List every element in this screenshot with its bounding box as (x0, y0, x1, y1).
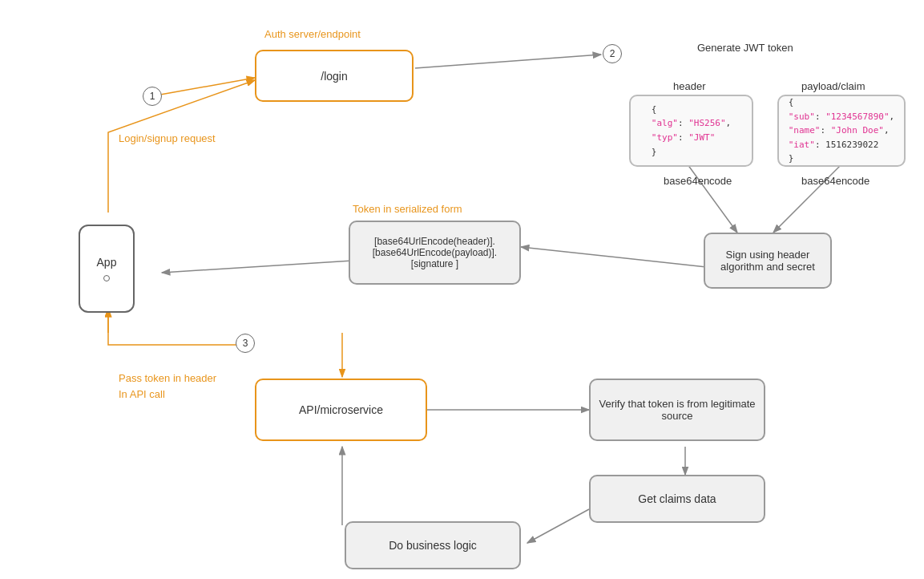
svg-line-7 (162, 261, 353, 273)
token-line2: [base64UrlEncode(payload)]. (373, 247, 497, 258)
login-box: /login (255, 50, 414, 102)
token-form-label: Token in serialized form (353, 203, 462, 215)
arrows-layer (0, 0, 924, 579)
auth-server-label: Auth server/endpoint (264, 28, 361, 40)
circle-3: 3 (236, 334, 255, 353)
header-code-box: { "alg": "HS256", "typ": "JWT" } (629, 95, 753, 167)
svg-line-3 (160, 78, 255, 95)
sign-box: Sign using header algorithm and secret (704, 233, 832, 289)
api-box: API/microservice (255, 379, 427, 441)
app-phone: App (79, 225, 135, 313)
payload-code: { "sub": "1234567890", "name": "John Doe… (789, 95, 894, 166)
pass-token-label: Pass token in header In API call (119, 370, 216, 402)
login-request-label: Login/signup request (119, 132, 216, 144)
claims-box: Get claims data (589, 475, 765, 523)
jwt-diagram: Auth server/endpoint /login Generate JWT… (0, 0, 924, 579)
base64-payload-label: base64encode (801, 175, 870, 187)
header-label: header (673, 80, 705, 92)
generate-jwt-label: Generate JWT token (697, 42, 793, 54)
phone-dot (103, 275, 110, 281)
svg-line-6 (521, 247, 721, 269)
circle-1: 1 (143, 87, 162, 106)
token-line3: [signature ] (373, 258, 497, 269)
token-line1: [base64UrlEncode(header)]. (373, 236, 497, 247)
verify-box: Verify that token is from legitimate sou… (589, 379, 765, 441)
payload-label: payload/claim (801, 80, 865, 92)
payload-code-box: { "sub": "1234567890", "name": "John Doe… (777, 95, 906, 167)
circle-2: 2 (603, 44, 622, 63)
business-box: Do business logic (345, 521, 521, 569)
header-code: { "alg": "HS256", "typ": "JWT" } (652, 103, 731, 159)
svg-line-10 (527, 509, 589, 543)
token-form-box: [base64UrlEncode(header)]. [base64UrlEnc… (349, 221, 521, 285)
base64-header-label: base64encode (664, 175, 732, 187)
